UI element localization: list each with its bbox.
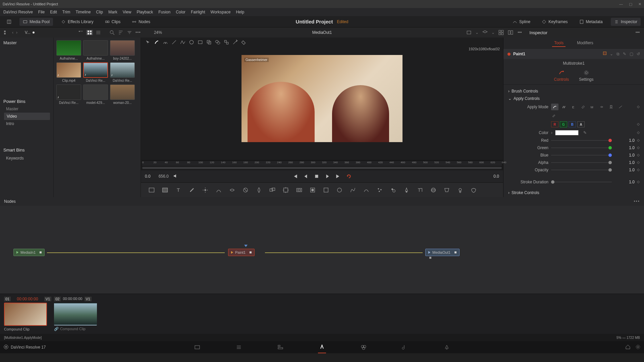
- volume-icon[interactable]: [173, 173, 178, 180]
- sort-icon[interactable]: [118, 29, 124, 36]
- step-back-icon[interactable]: [303, 173, 309, 179]
- view-metadata-icon[interactable]: [77, 30, 84, 35]
- reset-icon[interactable]: ↺: [637, 52, 640, 56]
- keyframe-icon[interactable]: [637, 154, 640, 157]
- chevron-down-icon[interactable]: ⌄: [610, 52, 613, 56]
- mode-clone-icon[interactable]: [560, 104, 568, 110]
- viewer-mode-icon[interactable]: [466, 29, 472, 36]
- green-value[interactable]: 1.0: [614, 145, 635, 150]
- polygon-group-icon[interactable]: [223, 39, 229, 45]
- render3d-icon[interactable]: [470, 187, 477, 193]
- alpha-value[interactable]: 1.0: [614, 160, 635, 165]
- mode-merge-icon[interactable]: M: [589, 104, 596, 110]
- mode-eyedropper-icon[interactable]: [551, 113, 556, 119]
- scrub-slider[interactable]: [142, 167, 502, 169]
- text-icon[interactable]: T: [175, 187, 182, 193]
- stroke-controls-header[interactable]: ›Stroke Controls: [508, 189, 639, 196]
- time-ruler[interactable]: 0204060801001201401601802002202402602803…: [141, 160, 503, 167]
- alpha-slider[interactable]: [551, 162, 612, 163]
- matte-icon[interactable]: [309, 187, 316, 193]
- goto-end-icon[interactable]: [335, 173, 341, 179]
- clip-2[interactable]: 02 00:00:00:00 V1 🔗Compound Clip: [54, 297, 97, 331]
- media-thumbnail[interactable]: ♪DaVinci Re...: [56, 84, 81, 105]
- node-enable-dot[interactable]: [507, 53, 511, 56]
- keyframe-icon[interactable]: [637, 181, 640, 183]
- wand-icon[interactable]: [232, 39, 238, 45]
- red-slider[interactable]: [551, 140, 612, 141]
- paint-brush-icon[interactable]: [154, 39, 160, 45]
- multistroke-icon[interactable]: [162, 39, 168, 45]
- tracker-icon[interactable]: [202, 187, 209, 193]
- copy-ellipse-icon[interactable]: [215, 39, 221, 45]
- copy-rect-icon[interactable]: [206, 39, 212, 45]
- mode-erase-icon[interactable]: [579, 104, 587, 110]
- menu-mark[interactable]: Mark: [108, 10, 117, 14]
- media-thumbnail[interactable]: model-429...: [83, 84, 108, 105]
- camera3d-icon[interactable]: [443, 187, 450, 193]
- view-dot[interactable]: [429, 257, 431, 259]
- chevron-down-icon[interactable]: ⌄: [475, 30, 479, 35]
- media-thumbnail[interactable]: Aufnahme...: [56, 40, 81, 60]
- fill-icon[interactable]: [241, 39, 247, 45]
- maximize-icon[interactable]: ▢: [629, 2, 632, 6]
- keyframe-icon[interactable]: [637, 106, 640, 108]
- inspector-button[interactable]: Inspector: [611, 18, 641, 26]
- filter-icon[interactable]: [126, 29, 132, 36]
- menu-fusion[interactable]: Fusion: [158, 10, 170, 14]
- resize-icon[interactable]: [296, 187, 303, 193]
- node-mediaout1[interactable]: MediaOut1: [425, 249, 460, 256]
- menu-help[interactable]: Help: [236, 10, 244, 14]
- arrow-tool-icon[interactable]: [145, 39, 151, 45]
- keyframe-icon[interactable]: [637, 146, 640, 149]
- mask-icon[interactable]: [215, 187, 222, 193]
- rect-tool-icon[interactable]: [197, 39, 203, 45]
- loop-icon[interactable]: [346, 173, 352, 179]
- channel-b[interactable]: B: [569, 121, 576, 127]
- keyframes-button[interactable]: Keyframes: [538, 18, 571, 26]
- inspector-more-icon[interactable]: •••: [635, 29, 641, 36]
- keyframe-icon[interactable]: [637, 131, 640, 134]
- smart-bins-header[interactable]: Smart Bins: [3, 147, 50, 153]
- menu-workspace[interactable]: Workspace: [211, 10, 231, 14]
- nav-back-icon[interactable]: ‹: [12, 30, 13, 35]
- layout-icon[interactable]: [3, 18, 15, 26]
- in-port-icon[interactable]: [231, 251, 233, 254]
- menu-edit[interactable]: Edit: [50, 10, 57, 14]
- bin-keywords[interactable]: Keywords: [3, 155, 50, 162]
- lock-icon[interactable]: ▢: [630, 52, 633, 56]
- channel-r[interactable]: R: [551, 121, 558, 127]
- menu-file[interactable]: File: [38, 10, 45, 14]
- zoom-value[interactable]: 24%: [154, 30, 162, 35]
- circle-tool-icon[interactable]: [189, 39, 195, 45]
- light-icon[interactable]: [457, 187, 464, 193]
- media-thumbnail[interactable]: boy-24202...: [110, 40, 135, 60]
- search-icon[interactable]: [109, 29, 115, 36]
- prender-icon[interactable]: [390, 187, 396, 193]
- polyline-tool-icon[interactable]: [180, 39, 186, 45]
- eyedropper-icon[interactable]: ✎: [583, 130, 587, 135]
- keyframe-icon[interactable]: [637, 161, 640, 164]
- split-icon[interactable]: [507, 29, 514, 36]
- channel-a[interactable]: A: [577, 121, 585, 127]
- bin-master[interactable]: Master: [3, 105, 50, 113]
- nav-fwd-icon[interactable]: ›: [16, 30, 17, 35]
- text3d-icon[interactable]: T: [417, 187, 423, 193]
- pemitter-icon[interactable]: [403, 187, 410, 193]
- out-port-icon[interactable]: [454, 251, 457, 253]
- metadata-button[interactable]: Metadata: [576, 18, 606, 26]
- polygon-mask-icon[interactable]: [350, 187, 356, 193]
- tab-modifiers[interactable]: Modifiers: [575, 40, 595, 47]
- mode-smear-icon[interactable]: [598, 104, 605, 110]
- home-icon[interactable]: [625, 344, 631, 351]
- merge-icon[interactable]: [269, 187, 276, 193]
- channel-g[interactable]: G: [560, 121, 567, 127]
- out-port-icon[interactable]: [40, 251, 42, 253]
- rect-mask-icon[interactable]: [323, 187, 329, 193]
- menu-playback[interactable]: Playback: [137, 10, 153, 14]
- tab-tools[interactable]: Tools: [552, 40, 566, 47]
- mode-emboss-icon[interactable]: E: [570, 104, 577, 110]
- page-cut-icon[interactable]: [235, 343, 243, 351]
- keyframe-icon[interactable]: [637, 169, 640, 171]
- menu-timeline[interactable]: Timeline: [75, 10, 91, 14]
- bspline-icon[interactable]: [363, 187, 370, 193]
